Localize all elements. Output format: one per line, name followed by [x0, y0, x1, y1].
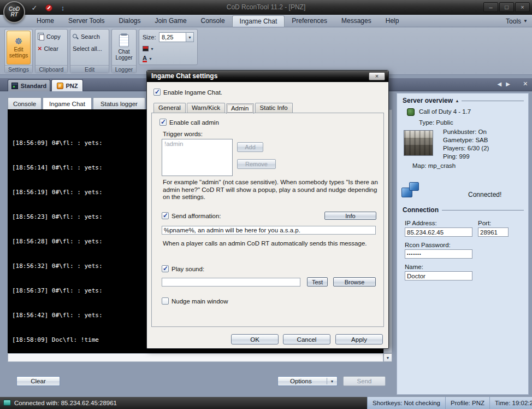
- chat-tab-ingame-chat[interactable]: Ingame Chat: [43, 97, 92, 109]
- size-label: Size:: [143, 34, 156, 40]
- afformation-message-field[interactable]: [162, 226, 376, 235]
- cancel-button[interactable]: Cancel: [283, 334, 330, 344]
- rcon-password-field[interactable]: [405, 249, 472, 259]
- group-label-logger: Logger: [112, 65, 136, 73]
- admin-help-text: For example "admin" (not case sensitive)…: [163, 179, 379, 201]
- enable-call-admin-checkbox[interactable]: Enable call admin: [159, 119, 219, 126]
- connection-header: Connection: [403, 206, 524, 214]
- connection-status-icon: [3, 400, 11, 406]
- refresh-updown-icon[interactable]: ↕: [58, 3, 68, 13]
- text-color-dropdown[interactable]: ▼: [143, 46, 154, 51]
- server-type: Type: Public: [419, 119, 453, 126]
- server-overview-panel: Server overview ▴ Call of Duty 4 - 1.7 T…: [397, 93, 529, 395]
- server-overview-header: Server overview ▴: [403, 97, 524, 104]
- maximize-button[interactable]: □: [499, 2, 514, 12]
- server-tab-pnz[interactable]: # PNZ: [51, 79, 83, 91]
- tab-console[interactable]: Console: [194, 15, 232, 27]
- add-trigger-button[interactable]: Add: [237, 142, 263, 152]
- afformation-help-text: When a player calls an admin CoD RT auto…: [163, 240, 376, 248]
- status-bar: Connected with: 85.234.62.45:28961 Short…: [0, 397, 532, 409]
- collapse-icon[interactable]: ▴: [456, 98, 458, 103]
- chat-tab-console[interactable]: Console: [8, 97, 42, 109]
- gametype-status: Gametype: SAB: [443, 137, 488, 143]
- info-button[interactable]: Info: [324, 212, 376, 220]
- font-color-dropdown[interactable]: A ▼: [143, 55, 152, 62]
- quick-access-toolbar: ✓ ↕: [29, 3, 68, 13]
- checkbox-checked-icon: [153, 89, 161, 96]
- trigger-words-listbox[interactable]: !admin: [162, 139, 233, 176]
- tab-dialogs[interactable]: Dialogs: [112, 15, 148, 27]
- send-afformation-checkbox[interactable]: Send afformation:: [162, 212, 221, 219]
- cod4-game-icon: [407, 108, 415, 116]
- dialog-tab-warn-kick[interactable]: Warn/Kick: [187, 103, 225, 113]
- select-all-button[interactable]: Select all...: [72, 44, 103, 54]
- disconnect-icon[interactable]: [44, 3, 54, 13]
- copy-button[interactable]: Copy: [37, 32, 62, 42]
- send-button[interactable]: Send: [343, 376, 386, 386]
- chevron-down-icon: ▼: [523, 19, 528, 24]
- minimize-button[interactable]: –: [483, 2, 498, 12]
- shortkeys-status: Shortkeys: Not checking: [367, 397, 445, 409]
- status-right-panel: Shortkeys: Not checking Profile: PNZ Tim…: [367, 397, 532, 409]
- trigger-word-item[interactable]: !admin: [164, 141, 230, 147]
- font-size-combobox[interactable]: 8,25 ▼: [159, 32, 194, 42]
- ip-label: IP Address:: [405, 220, 437, 226]
- profile-status: Profile: PNZ: [445, 397, 489, 409]
- tab-ingame-chat[interactable]: Ingame Chat: [232, 15, 285, 27]
- ribbon-group-font: Size: 8,25 ▼ ▼ A ▼: [139, 29, 198, 65]
- punkbuster-status: Punkbuster: On: [443, 128, 487, 135]
- connection-status-text: Connected with: 85.234.62.45:28961: [14, 397, 117, 409]
- tab-messages[interactable]: Messages: [334, 15, 379, 27]
- sound-file-field[interactable]: [162, 278, 300, 287]
- dialog-title: Ingame Chat settings: [147, 71, 388, 82]
- browse-sound-button[interactable]: Browse: [333, 277, 376, 287]
- players-status: Players: 6/30 (2): [443, 145, 489, 151]
- ribbon: ☸ Edit settings Settings Copy × Clear Cl…: [0, 27, 532, 75]
- tab-help[interactable]: Help: [379, 15, 406, 27]
- server-tab-standard[interactable]: Standard: [8, 79, 50, 91]
- font-color-icon: A: [143, 55, 147, 62]
- dialog-tab-static-info[interactable]: Static Info: [255, 103, 293, 113]
- chevron-down-icon[interactable]: ▼: [186, 33, 193, 42]
- notepad-icon: [119, 34, 129, 47]
- apply-button[interactable]: Apply: [335, 334, 383, 344]
- tab-scroll-right-icon[interactable]: ▶: [506, 81, 510, 87]
- dialog-tab-general[interactable]: General: [153, 103, 186, 113]
- checkbox-checked-icon: [162, 212, 169, 219]
- name-field[interactable]: [405, 271, 472, 281]
- tab-home[interactable]: Home: [29, 15, 61, 27]
- port-label: Port:: [478, 220, 491, 226]
- chevron-down-icon: ▼: [149, 57, 152, 61]
- tab-preferences[interactable]: Preferences: [285, 15, 334, 27]
- ok-button[interactable]: OK: [231, 334, 279, 344]
- tab-join-game[interactable]: Join Game: [148, 15, 194, 27]
- search-button[interactable]: Search: [72, 32, 101, 42]
- trigger-words-label: Trigger words:: [163, 131, 203, 137]
- tab-scroll-left-icon[interactable]: ◀: [498, 81, 502, 87]
- clear-x-icon: ×: [38, 45, 42, 52]
- remove-trigger-button[interactable]: Remove: [237, 159, 276, 169]
- port-field[interactable]: [478, 227, 509, 237]
- close-button[interactable]: ×: [515, 2, 530, 12]
- edit-settings-button[interactable]: ☸ Edit settings: [7, 31, 31, 65]
- chat-logger-button[interactable]: Chat Logger: [113, 31, 135, 65]
- dialog-close-icon[interactable]: ×: [369, 72, 385, 80]
- tab-close-icon[interactable]: ×: [523, 79, 528, 88]
- scroll-down-icon[interactable]: ▼: [383, 353, 392, 362]
- ip-address-field[interactable]: [405, 227, 472, 237]
- chat-tab-status-logger[interactable]: Status logger: [93, 97, 145, 109]
- chevron-down-icon: ▼: [327, 379, 337, 383]
- clear-button[interactable]: × Clear: [37, 44, 60, 54]
- tools-menu[interactable]: Tools ▼: [506, 15, 528, 27]
- console-horizontal-scrollbar[interactable]: [8, 353, 383, 362]
- nudge-main-window-checkbox[interactable]: Nudge main window: [162, 297, 228, 305]
- tab-server-tools[interactable]: Server Tools: [61, 15, 111, 27]
- app-logo: CoD RT: [3, 1, 25, 23]
- group-label-clipboard: Clipboard: [36, 65, 67, 73]
- clear-console-button[interactable]: Clear: [16, 376, 60, 386]
- confirm-icon[interactable]: ✓: [29, 3, 39, 13]
- test-sound-button[interactable]: Test: [307, 277, 328, 287]
- options-button[interactable]: Options ▼: [277, 376, 338, 386]
- play-sound-checkbox[interactable]: Play sound:: [162, 265, 204, 272]
- enable-ingame-chat-checkbox[interactable]: Enable Ingame Chat.: [153, 89, 222, 96]
